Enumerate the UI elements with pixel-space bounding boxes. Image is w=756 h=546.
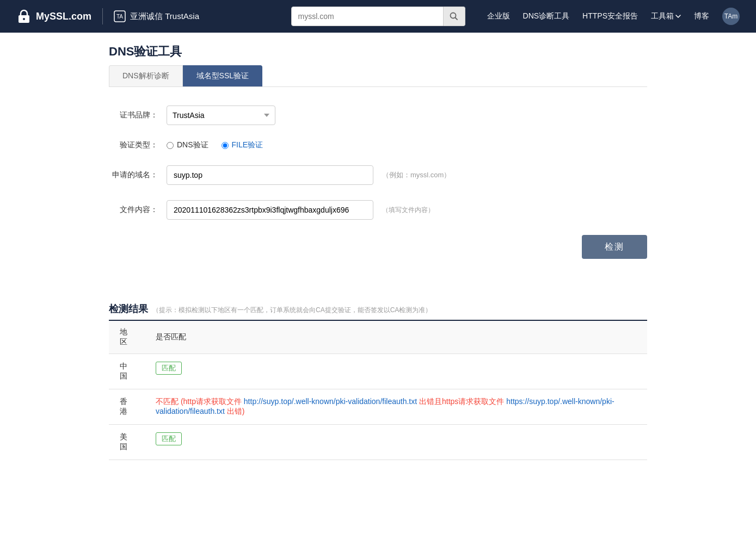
nav-https-report[interactable]: HTTPS安全报告 [582, 11, 638, 21]
page-title: DNS验证工具 [109, 33, 647, 65]
header: MySSL.com TA 亚洲诚信 TrustAsia 企业版 DNS诊断工具 … [0, 0, 756, 33]
domain-row: 申请的域名： （例如：myssl.com） [109, 165, 647, 185]
search-button[interactable] [444, 7, 465, 26]
hk-url1-link[interactable]: http://suyp.top/.well-known/pki-validati… [244, 397, 417, 406]
tab-dns[interactable]: DNS解析诊断 [109, 65, 183, 86]
domain-control: （例如：myssl.com） [167, 165, 493, 185]
result-title: 检测结果 [109, 302, 148, 315]
verify-type-control: DNS验证 FILE验证 [167, 140, 493, 150]
lock-icon [16, 9, 32, 24]
cert-brand-label: 证书品牌： [109, 110, 158, 120]
search-icon [450, 12, 458, 21]
nav-enterprise[interactable]: 企业版 [487, 11, 510, 21]
main-nav: 企业版 DNS诊断工具 HTTPS安全报告 工具箱 博客 TAm [487, 8, 740, 25]
match-us: 匹配 [145, 425, 647, 460]
file-content-hint: （填写文件内容） [382, 206, 434, 215]
cert-brand-control: TrustAsia DigiCert GlobalSign Sectigo [167, 106, 493, 125]
domain-input[interactable] [167, 165, 373, 185]
myssl-logo-text[interactable]: MySSL.com [36, 11, 91, 22]
page-content: DNS验证工具 DNS解析诊断 域名型SSL验证 证书品牌： TrustAsia… [0, 33, 756, 482]
nav-blog[interactable]: 博客 [694, 11, 709, 21]
detect-button[interactable]: 检测 [582, 235, 647, 259]
region-hk: 香港 [109, 389, 145, 425]
region-china: 中国 [109, 354, 145, 389]
result-table: 地区 是否匹配 中国 匹配 香港 不匹配 (http请求获取文件 http://… [109, 321, 647, 460]
result-section: 检测结果 （提示：模拟检测以下地区有一个匹配，订单系统就会向CA提交验证，能否签… [109, 302, 647, 482]
nav-toolbox[interactable]: 工具箱 [651, 11, 681, 21]
chevron-down-icon [675, 15, 681, 18]
file-content-row: 文件内容： （填写文件内容） [109, 200, 647, 220]
verify-type-label: 验证类型： [109, 140, 158, 150]
match-hk: 不匹配 (http请求获取文件 http://suyp.top/.well-kn… [145, 389, 647, 425]
user-avatar[interactable]: TAm [722, 8, 740, 25]
search-input[interactable] [291, 7, 444, 26]
match-ok-badge-us: 匹配 [156, 432, 182, 445]
result-table-header-row: 地区 是否匹配 [109, 321, 647, 354]
search-area [291, 7, 465, 26]
detect-btn-row: 检测 [109, 235, 647, 259]
result-hint: （提示：模拟检测以下地区有一个匹配，订单系统就会向CA提交验证，能否签发以CA检… [152, 306, 432, 315]
table-row: 美国 匹配 [109, 425, 647, 460]
radio-dns-option[interactable]: DNS验证 [167, 140, 208, 150]
file-content-input[interactable] [167, 200, 373, 220]
domain-label: 申请的域名： [109, 170, 158, 180]
trustasia-logo-text[interactable]: 亚洲诚信 TrustAsia [130, 11, 199, 22]
radio-file-label: FILE验证 [232, 140, 263, 150]
cert-brand-row: 证书品牌： TrustAsia DigiCert GlobalSign Sect… [109, 106, 647, 125]
tab-ssl[interactable]: 域名型SSL验证 [183, 65, 262, 86]
radio-file-input[interactable] [222, 142, 229, 149]
logo-area: MySSL.com TA 亚洲诚信 TrustAsia [16, 8, 199, 24]
table-row: 中国 匹配 [109, 354, 647, 389]
logo-divider [102, 8, 103, 24]
match-china: 匹配 [145, 354, 647, 389]
result-table-head: 地区 是否匹配 [109, 321, 647, 354]
svg-line-5 [456, 18, 458, 20]
svg-point-1 [23, 18, 25, 20]
trustasia-icon: TA [114, 10, 126, 22]
result-title-row: 检测结果 （提示：模拟检测以下地区有一个匹配，订单系统就会向CA提交验证，能否签… [109, 302, 647, 321]
cert-brand-select[interactable]: TrustAsia DigiCert GlobalSign Sectigo [167, 106, 275, 125]
file-content-control: （填写文件内容） [167, 200, 493, 220]
table-row: 香港 不匹配 (http请求获取文件 http://suyp.top/.well… [109, 389, 647, 425]
col-match-header: 是否匹配 [145, 321, 647, 354]
radio-dns-label: DNS验证 [177, 140, 208, 150]
tabs-container: DNS解析诊断 域名型SSL验证 [109, 65, 647, 87]
no-match-text-hk: 不匹配 (http请求获取文件 http://suyp.top/.well-kn… [156, 397, 614, 415]
radio-file-option[interactable]: FILE验证 [222, 140, 263, 150]
radio-dns-input[interactable] [167, 142, 174, 149]
file-content-label: 文件内容： [109, 205, 158, 215]
col-region-header: 地区 [109, 321, 145, 354]
domain-hint: （例如：myssl.com） [382, 170, 451, 180]
result-table-body: 中国 匹配 香港 不匹配 (http请求获取文件 http://suyp.top… [109, 354, 647, 460]
verify-type-row: 验证类型： DNS验证 FILE验证 [109, 140, 647, 150]
match-ok-badge-china: 匹配 [156, 362, 182, 375]
svg-text:TA: TA [116, 14, 123, 20]
region-us: 美国 [109, 425, 145, 460]
nav-dns-tool[interactable]: DNS诊断工具 [523, 11, 570, 21]
form-section: 证书品牌： TrustAsia DigiCert GlobalSign Sect… [109, 100, 647, 281]
